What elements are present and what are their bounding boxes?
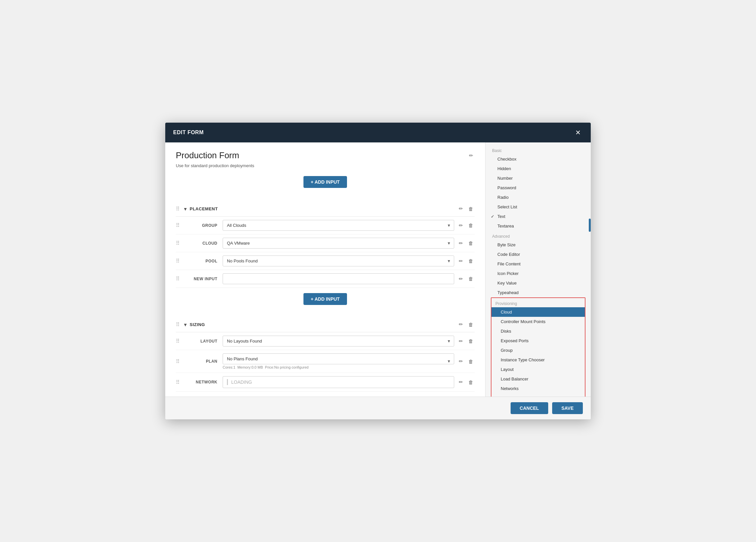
layout-select[interactable]: No Layouts Found (223, 335, 454, 346)
basic-group-label: Basic (486, 145, 591, 154)
provisioning-item-disks[interactable]: Disks (491, 326, 585, 336)
dropdown-item-typeahead[interactable]: Typeahead (486, 288, 591, 297)
sizing-actions: ✏ 🗑 (457, 321, 475, 328)
dropdown-item-hidden[interactable]: Hidden (486, 164, 591, 174)
layout-label: LAYOUT (183, 339, 223, 343)
plan-field-row: ⠿ PLAN No Plans Found ▼ Cores:1 Memory:0… (176, 350, 475, 373)
dropdown-item-select-list[interactable]: Select List (486, 202, 591, 212)
dropdown-item-code-editor[interactable]: Code Editor (486, 250, 591, 259)
add-input-top-button[interactable]: + ADD INPUT (303, 176, 347, 188)
cloud-delete-button[interactable]: 🗑 (467, 240, 475, 247)
new-input-edit-button[interactable]: ✏ (457, 275, 464, 282)
sizing-delete-button[interactable]: 🗑 (467, 321, 475, 328)
dropdown-item-icon-picker[interactable]: Icon Picker (486, 269, 591, 278)
dropdown-item-key-value[interactable]: Key Value (486, 278, 591, 288)
network-loading-text: LOADING (231, 379, 252, 385)
group-drag-handle[interactable]: ⠿ (176, 222, 180, 229)
group-edit-button[interactable]: ✏ (457, 222, 464, 229)
dropdown-item-byte-size[interactable]: Byte Size (486, 240, 591, 250)
group-delete-button[interactable]: 🗑 (467, 222, 475, 229)
placement-drag-handle[interactable]: ⠿ (176, 206, 180, 212)
network-field-actions: ✏ 🗑 (457, 378, 475, 386)
network-input-wrap: LOADING (223, 376, 454, 388)
dropdown-item-radio[interactable]: Radio (486, 193, 591, 202)
pool-edit-button[interactable]: ✏ (457, 258, 464, 265)
placement-section: ⠿ ▼ PLACEMENT ✏ 🗑 ⠿ GROUP All Clouds (176, 201, 475, 311)
dropdown-item-textarea[interactable]: Textarea (486, 221, 591, 231)
group-input-wrap: All Clouds ▼ (223, 220, 454, 231)
new-input-field-row: ⠿ NEW INPUT ✏ 🗑 (176, 270, 475, 288)
provisioning-item-instance-type-chooser[interactable]: Instance Type Chooser (491, 355, 585, 365)
sizing-header-row: ⠿ ▼ SIZING ✏ 🗑 (176, 317, 475, 332)
network-drag-handle[interactable]: ⠿ (176, 379, 180, 385)
new-input-delete-button[interactable]: 🗑 (467, 275, 475, 282)
add-input-middle-button[interactable]: + ADD INPUT (303, 293, 347, 305)
cancel-button[interactable]: CANCEL (511, 402, 548, 414)
network-edit-button[interactable]: ✏ (457, 378, 464, 386)
dropdown-item-file-content[interactable]: File Content (486, 259, 591, 269)
new-input-field[interactable] (223, 273, 454, 284)
provisioning-item-plan[interactable]: Plan (491, 393, 585, 397)
group-select[interactable]: All Clouds (223, 220, 454, 231)
modal-footer: CANCEL SAVE (165, 397, 591, 419)
sizing-section: ⠿ ▼ SIZING ✏ 🗑 ⠿ LAYOUT No Layouts Found (176, 317, 475, 392)
pool-select[interactable]: No Pools Found (223, 256, 454, 267)
cloud-select[interactable]: QA VMware (223, 238, 454, 249)
pool-drag-handle[interactable]: ⠿ (176, 258, 180, 264)
layout-edit-button[interactable]: ✏ (457, 337, 464, 345)
layout-delete-button[interactable]: 🗑 (467, 337, 475, 345)
layout-input-wrap: No Layouts Found ▼ (223, 335, 454, 346)
placement-toggle[interactable]: ▼ (183, 207, 188, 211)
edit-form-title-button[interactable]: ✏ (468, 152, 475, 159)
sizing-drag-handle[interactable]: ⠿ (176, 321, 180, 328)
plan-select[interactable]: No Plans Found (223, 353, 454, 364)
close-button[interactable]: ✕ (573, 129, 583, 137)
type-dropdown-list: Basic Checkbox Hidden Number Password Ra… (486, 143, 591, 397)
provisioning-item-networks[interactable]: Networks (491, 384, 585, 393)
sizing-label: SIZING (190, 322, 457, 327)
pool-input-wrap: No Pools Found ▼ (223, 256, 454, 267)
group-field-row: ⠿ GROUP All Clouds ▼ ✏ 🗑 (176, 217, 475, 235)
plan-field-actions: ✏ 🗑 (457, 358, 475, 365)
pool-field-row: ⠿ POOL No Pools Found ▼ ✏ 🗑 (176, 252, 475, 270)
modal-body: Production Form ✏ Use for standard produ… (165, 143, 591, 397)
provisioning-item-group[interactable]: Group (491, 345, 585, 355)
edit-form-modal: EDIT FORM ✕ Production Form ✏ Use for st… (165, 123, 591, 419)
provisioning-item-load-balancer[interactable]: Load Balancer (491, 374, 585, 384)
network-delete-button[interactable]: 🗑 (467, 378, 475, 386)
cloud-input-wrap: QA VMware ▼ (223, 238, 454, 249)
type-dropdown-panel: Basic Checkbox Hidden Number Password Ra… (485, 143, 591, 397)
pool-delete-button[interactable]: 🗑 (467, 258, 475, 265)
left-panel: Production Form ✏ Use for standard produ… (165, 143, 485, 397)
new-input-drag-handle[interactable]: ⠿ (176, 275, 180, 282)
form-title-row: Production Form ✏ (176, 150, 475, 161)
sizing-edit-button[interactable]: ✏ (457, 321, 464, 328)
plan-helper-text: Cores:1 Memory:0.0 MB Price:No pricing c… (223, 365, 454, 369)
dropdown-item-checkbox[interactable]: Checkbox (486, 154, 591, 164)
provisioning-item-layout[interactable]: Layout (491, 365, 585, 374)
provisioning-item-controller-mount-points[interactable]: Controller Mount Points (491, 317, 585, 326)
provisioning-item-exposed-ports[interactable]: Exposed Ports (491, 336, 585, 345)
cloud-edit-button[interactable]: ✏ (457, 240, 464, 247)
placement-actions: ✏ 🗑 (457, 205, 475, 212)
save-button[interactable]: SAVE (552, 402, 583, 414)
pool-label: POOL (183, 259, 223, 264)
placement-delete-button[interactable]: 🗑 (467, 205, 475, 212)
sizing-toggle[interactable]: ▼ (183, 322, 188, 327)
dropdown-item-number[interactable]: Number (486, 174, 591, 183)
network-label: NETWORK (183, 380, 223, 384)
pool-field-actions: ✏ 🗑 (457, 258, 475, 265)
provisioning-item-cloud[interactable]: Cloud (491, 307, 585, 317)
dropdown-item-password[interactable]: Password (486, 183, 591, 193)
cloud-drag-handle[interactable]: ⠿ (176, 240, 180, 246)
layout-field-row: ⠿ LAYOUT No Layouts Found ▼ ✏ 🗑 (176, 332, 475, 350)
plan-edit-button[interactable]: ✏ (457, 358, 464, 365)
modal-header: EDIT FORM ✕ (165, 123, 591, 143)
layout-field-actions: ✏ 🗑 (457, 337, 475, 345)
placement-edit-button[interactable]: ✏ (457, 205, 464, 212)
new-input-label: NEW INPUT (183, 276, 223, 281)
plan-delete-button[interactable]: 🗑 (467, 358, 475, 365)
plan-drag-handle[interactable]: ⠿ (176, 358, 180, 365)
dropdown-item-text[interactable]: Text (486, 212, 591, 221)
layout-drag-handle[interactable]: ⠿ (176, 338, 180, 344)
